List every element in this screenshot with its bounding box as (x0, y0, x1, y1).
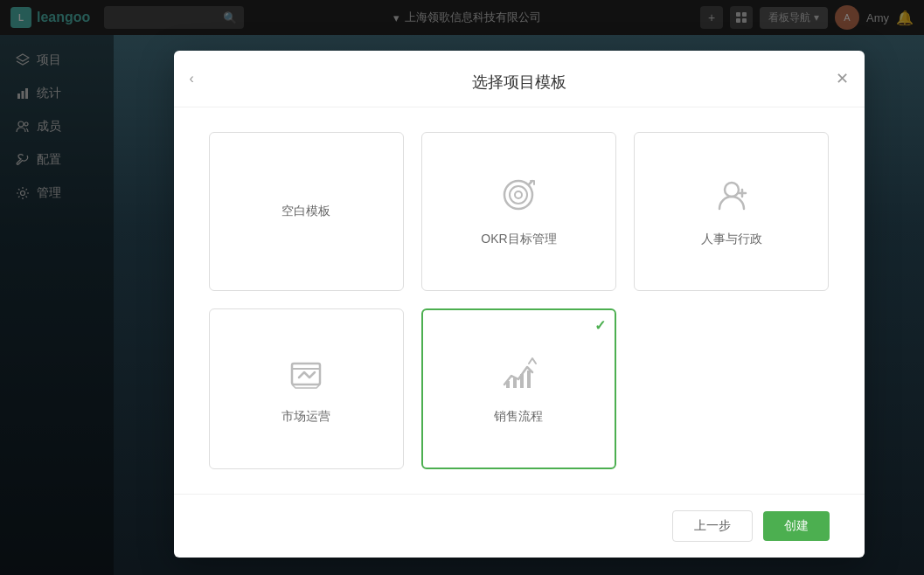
prev-button[interactable]: 上一步 (672, 510, 753, 542)
template-label-sales: 销售流程 (494, 409, 543, 425)
modal-close-button[interactable]: ✕ (836, 71, 849, 87)
template-label-blank: 空白模板 (281, 204, 330, 219)
svg-point-13 (510, 186, 527, 204)
modal-title: 选择项目模板 (174, 72, 865, 93)
template-card-blank[interactable]: 空白模板 (209, 132, 404, 291)
template-label-hr: 人事与行政 (701, 232, 762, 247)
sales-icon (497, 353, 539, 395)
modal-header: ‹ 选择项目模板 ✕ (174, 51, 865, 107)
market-icon (285, 353, 327, 395)
template-card-okr[interactable]: OKR目标管理 (421, 132, 616, 291)
template-label-okr: OKR目标管理 (481, 232, 556, 247)
create-button[interactable]: 创建 (763, 511, 830, 541)
okr-icon (497, 176, 539, 218)
modal-back-button[interactable]: ‹ (190, 71, 194, 87)
selected-check-icon: ✓ (594, 317, 606, 334)
modal-box: ‹ 选择项目模板 ✕ 空白模板 (174, 51, 865, 558)
template-label-market: 市场运营 (281, 409, 330, 425)
modal: ‹ 选择项目模板 ✕ 空白模板 (114, 33, 924, 575)
hr-icon (711, 176, 753, 218)
template-card-hr[interactable]: 人事与行政 (634, 132, 829, 291)
template-card-market[interactable]: 市场运营 (209, 308, 404, 469)
svg-point-14 (515, 191, 522, 198)
modal-footer: 上一步 创建 (174, 494, 865, 558)
svg-point-15 (725, 183, 739, 197)
template-card-sales[interactable]: ✓ 销售流程 (421, 308, 616, 469)
template-grid: 空白模板 OKR目标管理 (174, 107, 865, 494)
